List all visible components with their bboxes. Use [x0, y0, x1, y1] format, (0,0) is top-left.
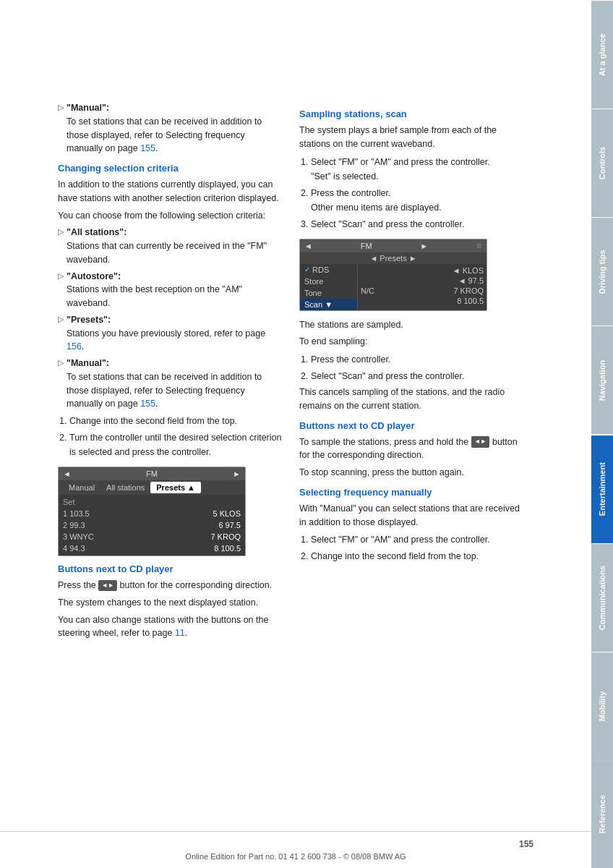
sample-press-text: To sample the stations, press and hold t… — [299, 437, 468, 447]
buttons-cd-right-text1: To sample the stations, press and hold t… — [299, 435, 523, 463]
sidebar-tab-driving-tips[interactable]: Driving tips — [591, 217, 613, 326]
selecting-freq-intro: With "Manual" you can select stations th… — [299, 502, 523, 529]
changing-criteria-title: Changing selection criteria — [58, 163, 282, 174]
steering-link[interactable]: 11 — [175, 628, 185, 638]
sidebar-tab-communications[interactable]: Communications — [591, 543, 613, 652]
sampling-title: Sampling stations, scan — [299, 109, 523, 119]
stop-scanning-text: To stop scanning, press the button again… — [299, 466, 523, 480]
screen-row-2: 2 99.3 6 97.5 — [63, 519, 241, 531]
all-stations-text: Stations that can currently be received … — [67, 241, 267, 265]
screen-right-submenu: ◄ Presets ► — [300, 252, 486, 264]
screen-left-arrow-left: ◄ — [63, 469, 71, 478]
criteria-steps: Change into the second field from the to… — [58, 414, 282, 459]
menu-rds: ✓RDS — [300, 264, 357, 276]
tab-presets[interactable]: Presets ▲ — [150, 482, 201, 493]
all-stations-bullet: ▷ "All stations": Stations that can curr… — [58, 226, 282, 266]
sampling-step-3: Select "Scan" and press the controller. — [311, 217, 523, 231]
criteria-intro2: You can choose from the following select… — [58, 209, 282, 223]
press-text: Press the — [58, 580, 96, 590]
tab-all-stations[interactable]: All stations — [100, 482, 150, 493]
autostore-label: "Autostore": — [67, 271, 121, 281]
cancels-sampling-text: This cancels sampling of the stations, a… — [299, 386, 523, 413]
bullet-icon-3: ▷ — [58, 313, 64, 354]
buttons-cd-left-text3: The system changes to the next displayed… — [58, 596, 282, 610]
freq-step-2: Change into the second field from the to… — [311, 549, 523, 563]
buttons-cd-left-text4: You can also change stations with the bu… — [58, 613, 282, 641]
rds-check: ✓ — [304, 265, 310, 273]
row4-col2: 8 100.5 — [214, 544, 241, 553]
all-stations-label: "All stations": — [67, 227, 127, 237]
row1-col1: 1 103.5 — [63, 509, 90, 518]
screen-right: ◄ FM ► ⚙ ◄ Presets ► ✓RDS Store Tone Sca… — [299, 239, 487, 311]
bullet-icon-1: ▷ — [58, 226, 64, 266]
set-selected-note: "Set" is selected. — [311, 171, 379, 182]
screen-left-title: FM — [146, 469, 158, 478]
screen-left-tabs: Manual All stations Presets ▲ — [59, 480, 245, 495]
end-sampling-steps: Press the controller. Select "Scan" and … — [299, 352, 523, 383]
manual-criteria-link[interactable]: 155 — [140, 399, 155, 409]
screen-row-4: 4 94.3 8 100.5 — [63, 542, 241, 554]
presets-label: "Presets": — [67, 315, 111, 325]
presets-text: Stations you have previously stored, ref… — [67, 328, 265, 339]
station-4-freq: 8 100.5 — [457, 297, 484, 305]
sampling-step-1: Select "FM" or "AM" and press the contro… — [311, 155, 523, 184]
presets-link[interactable]: 156 — [67, 341, 82, 352]
screen-right-arrow-right: ► — [420, 242, 428, 250]
station-row-4: 8 100.5 — [361, 296, 484, 306]
manual-bullet-content: "Manual": To set stations that can be re… — [67, 101, 282, 156]
bullet-icon-4: ▷ — [58, 357, 64, 411]
screen-row-3: 3 WNYC 7 KROQ — [63, 531, 241, 542]
station-row-2: ◄ 97.5 — [361, 276, 484, 286]
screen-menu-right: ◄ KLOS ◄ 97.5 N/C 7 KROQ 8 100.5 — [358, 264, 486, 310]
station-row-3: N/C 7 KROQ — [361, 286, 484, 296]
freq-step-1: Select "FM" or "AM" and press the contro… — [311, 532, 523, 547]
screen-left: ◄ FM ► Manual All stations Presets ▲ Set… — [58, 467, 246, 556]
right-column: Sampling stations, scan The system plays… — [299, 101, 523, 825]
row3-col2: 7 KROQ — [210, 532, 241, 541]
cd-btn-icon-left: ◄► — [98, 580, 117, 592]
page-number: 155 — [58, 839, 533, 849]
all-stations-content: "All stations": Stations that can curren… — [67, 226, 282, 266]
screen-right-title: FM — [361, 242, 372, 250]
step-2: Turn the controller until the desired se… — [69, 430, 282, 459]
end-step-1: Press the controller. — [311, 352, 523, 367]
tab-manual[interactable]: Manual — [63, 482, 100, 493]
manual-bullet-top: ▷ "Manual": To set stations that can be … — [58, 101, 282, 156]
presets-period: . — [82, 341, 84, 352]
autostore-content: "Autostore": Stations with the best rece… — [67, 270, 282, 310]
bullet-triangle-icon: ▷ — [58, 101, 64, 156]
other-menu-note: Other menu items are displayed. — [311, 203, 442, 213]
presets-content: "Presets": Stations you have previously … — [67, 313, 282, 354]
sidebar-tab-mobility[interactable]: Mobility — [591, 652, 613, 760]
sidebar: At a glance Controls Driving tips Naviga… — [591, 0, 613, 868]
sampling-steps: Select "FM" or "AM" and press the contro… — [299, 155, 523, 231]
row2-col1: 2 99.3 — [63, 521, 85, 529]
main-content: ▷ "Manual": To set stations that can be … — [0, 0, 591, 868]
menu-scan: Scan ▼ — [300, 299, 357, 310]
screen-row-1: 1 103.5 5 KLOS — [63, 508, 241, 519]
sidebar-tab-entertainment[interactable]: Entertainment — [591, 435, 613, 543]
manual-bullet-criteria: ▷ "Manual": To set stations that can be … — [58, 357, 282, 411]
sidebar-tab-reference[interactable]: Reference — [591, 760, 613, 868]
steering-text: You can also change stations with the bu… — [58, 615, 268, 639]
buttons-cd-right-title: Buttons next to CD player — [299, 420, 523, 431]
sidebar-tab-controls[interactable]: Controls — [591, 109, 613, 217]
manual-criteria-content: "Manual": To set stations that can be re… — [67, 357, 282, 411]
stations-sampled-text: The stations are sampled. — [299, 318, 523, 332]
manual-criteria-text: To set stations that can be received in … — [67, 372, 262, 409]
sidebar-tab-at-a-glance[interactable]: At a glance — [591, 0, 613, 109]
buttons-cd-left-text1: Press the ◄► button for the correspondin… — [58, 579, 282, 592]
menu-store: Store — [300, 276, 357, 287]
screen-menu-left: ✓RDS Store Tone Scan ▼ — [300, 264, 358, 310]
sidebar-tab-navigation[interactable]: Navigation — [591, 326, 613, 434]
row4-col1: 4 94.3 — [63, 544, 85, 553]
page-footer: 155 Online Edition for Part no. 01 41 2 … — [0, 831, 591, 868]
station-row-1: ◄ KLOS — [361, 265, 484, 276]
bullet-icon-2: ▷ — [58, 270, 64, 310]
selecting-freq-steps: Select "FM" or "AM" and press the contro… — [299, 532, 523, 563]
end-step-2: Select "Scan" and press the controller. — [311, 369, 523, 383]
manual-page-link[interactable]: 155 — [140, 143, 155, 153]
manual-criteria-period: . — [155, 399, 158, 409]
station-3-label: N/C — [361, 286, 374, 295]
sampling-intro: The system plays a brief sample from eac… — [299, 124, 523, 151]
